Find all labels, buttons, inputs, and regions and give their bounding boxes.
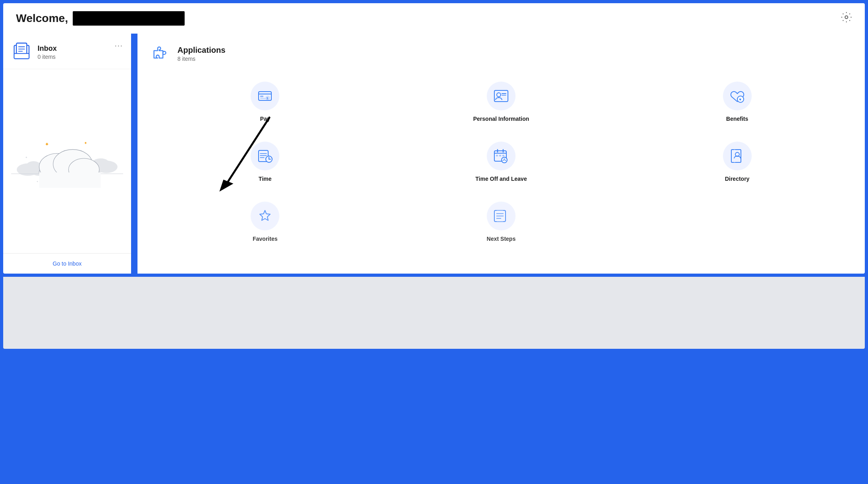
app-item-personal-information[interactable]: Personal Information [386,77,616,127]
svg-rect-6 [14,54,29,59]
main-content: Inbox 0 items ··· ✦ ✦ ✦ ✦ ✦ ✦ [3,34,865,277]
pay-icon-circle: $ [251,82,279,110]
apps-count: 8 items [177,56,225,62]
svg-point-54 [504,158,505,160]
svg-point-34 [497,93,501,97]
svg-rect-51 [499,155,501,156]
svg-rect-29 [260,96,263,97]
go-to-inbox-link[interactable]: Go to Inbox [53,260,82,267]
svg-rect-50 [496,155,498,156]
inbox-illustration: ✦ ✦ ✦ ✦ ✦ ✦ [3,69,131,253]
svg-rect-52 [502,155,504,156]
app-item-next-steps[interactable]: Next Steps [386,197,616,247]
benefits-icon-circle: ♥ [723,82,752,110]
svg-text:✦: ✦ [45,142,49,147]
app-item-favorites[interactable]: Favorites [150,197,380,247]
cloud-illustration: ✦ ✦ ✦ ✦ ✦ ✦ [11,117,123,205]
app-label-favorites: Favorites [253,235,277,242]
inbox-title: Inbox [38,44,57,53]
inbox-footer: Go to Inbox [3,253,131,274]
inbox-header: Inbox 0 items ··· [3,34,131,69]
next-steps-icon-circle [487,202,516,230]
inbox-panel: Inbox 0 items ··· ✦ ✦ ✦ ✦ ✦ ✦ [3,34,131,274]
app-item-pay[interactable]: $ Pay [150,77,380,127]
personal-information-icon-circle [487,82,516,110]
app-item-directory[interactable]: Directory [622,137,852,187]
welcome-bar: Welcome, [3,3,865,34]
svg-rect-25 [39,172,101,188]
app-label-benefits: Benefits [726,115,748,122]
app-label-directory: Directory [725,175,749,182]
svg-text:♥: ♥ [739,97,741,102]
welcome-label: Welcome, [16,12,68,25]
inbox-icon [11,42,32,62]
app-label-time: Time [259,175,271,182]
svg-rect-33 [494,90,508,102]
app-label-personal-information: Personal Information [473,115,529,122]
inbox-info: Inbox 0 items [38,44,57,60]
bottom-gray-area [3,277,865,349]
app-item-benefits[interactable]: ♥ Benefits [622,77,852,127]
svg-rect-30 [260,98,266,99]
top-bar: Welcome, [0,0,868,34]
app-item-time[interactable]: Time [150,137,380,187]
time-icon-circle [251,142,279,170]
apps-title: Applications [177,46,225,55]
welcome-text: Welcome, [16,11,185,26]
favorites-icon-circle [251,202,279,230]
app-label-pay: Pay [260,115,270,122]
time-off-icon-circle [487,142,516,170]
svg-point-0 [845,16,848,19]
app-label-time-off-and-leave: Time Off and Leave [476,175,527,182]
user-name-redacted [73,11,185,26]
directory-icon-circle [723,142,752,170]
apps-panel: Applications 8 items $ Pay [137,34,865,274]
app-item-time-off-and-leave[interactable]: Time Off and Leave [386,137,616,187]
svg-text:✦: ✦ [36,180,38,183]
apps-header: Applications 8 items [150,43,852,64]
apps-info: Applications 8 items [177,46,225,62]
inbox-menu-button[interactable]: ··· [115,42,123,50]
blue-divider [131,34,134,274]
puzzle-icon [150,43,171,64]
inbox-count: 0 items [38,54,57,60]
inbox-title-group: Inbox 0 items [11,42,57,62]
apps-grid: $ Pay Personal Information [150,77,852,248]
settings-button[interactable] [841,12,852,25]
svg-text:$: $ [267,97,268,100]
app-label-next-steps: Next Steps [487,235,516,242]
svg-text:✦: ✦ [25,156,28,159]
svg-rect-56 [734,150,735,162]
svg-text:✦: ✦ [84,141,87,145]
